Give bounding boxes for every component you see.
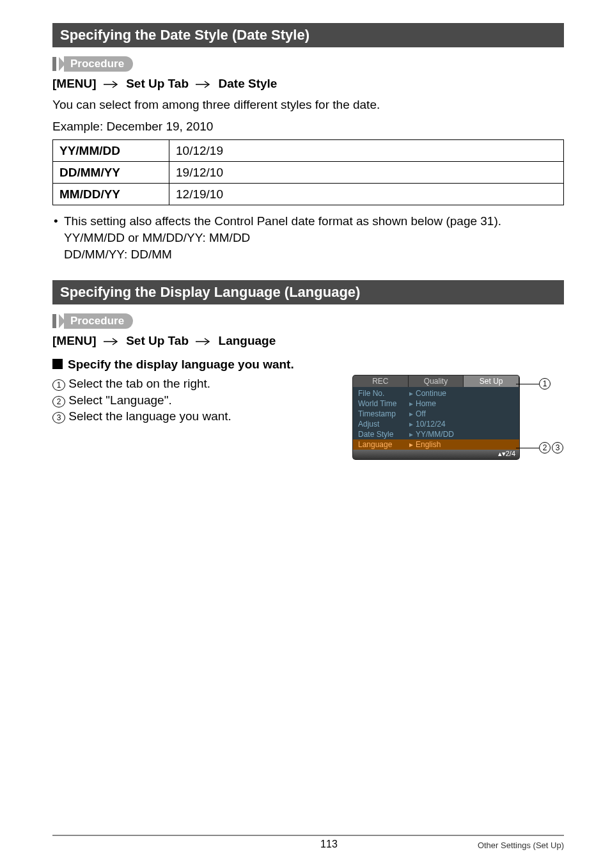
arrow-right-icon	[104, 77, 119, 91]
triangle-right-icon: ▸	[409, 420, 413, 429]
square-bullet-icon	[52, 359, 63, 369]
arrow-right-icon	[104, 335, 119, 349]
menu-item-highlighted[interactable]: Language▸English	[353, 439, 519, 450]
step-text: Select the language you want.	[68, 409, 231, 423]
arrow-right-icon	[196, 335, 211, 349]
callout-line-icon	[516, 448, 539, 448]
menu-item[interactable]: Date Style▸YY/MM/DD	[353, 429, 519, 439]
breadcrumb-part: [MENU]	[52, 77, 97, 90]
menu-value: Off	[416, 409, 426, 418]
triangle-right-icon: ▸	[409, 430, 413, 439]
triangle-right-icon: ▸	[409, 409, 413, 418]
procedure-label: Procedure	[64, 313, 133, 329]
table-row: DD/MM/YY 19/12/10	[53, 162, 564, 184]
callout-line-icon	[516, 384, 539, 384]
menu-value: 10/12/24	[416, 420, 446, 429]
menu-item[interactable]: Adjust▸10/12/24	[353, 419, 519, 429]
callout-1: 1	[516, 378, 551, 390]
tab-quality[interactable]: Quality	[409, 375, 464, 387]
device-screenshot: REC Quality Set Up File No.▸Continue Wor…	[353, 375, 564, 459]
subheading: Specify the display language you want.	[52, 358, 564, 372]
pager-indicator: ▴▾2/4	[353, 450, 519, 459]
breadcrumb-part: [MENU]	[52, 334, 97, 347]
note-item: This setting also affects the Control Pa…	[52, 213, 564, 262]
table-row: MM/DD/YY 12/19/10	[53, 184, 564, 205]
triangle-right-icon: ▸	[409, 389, 413, 398]
note-list: This setting also affects the Control Pa…	[52, 213, 564, 262]
menu-label: File No.	[358, 389, 409, 398]
table-header-cell: MM/DD/YY	[53, 184, 169, 205]
pager-text: 2/4	[506, 450, 515, 457]
menu-item[interactable]: World Time▸Home	[353, 398, 519, 409]
breadcrumb-part: Set Up Tab	[126, 334, 189, 347]
procedure-bar-icon	[52, 314, 56, 328]
breadcrumb-part: Date Style	[219, 77, 278, 90]
menu-value: Home	[416, 399, 436, 408]
menu-label: World Time	[358, 399, 409, 408]
menu-label: Date Style	[358, 430, 409, 439]
menu-item[interactable]: Timestamp▸Off	[353, 409, 519, 419]
steps-list: 1 Select the tab on the right. 2 Select …	[52, 375, 353, 425]
breadcrumb-part: Set Up Tab	[126, 77, 189, 90]
step-number-icon: 2	[52, 396, 65, 407]
note-line: This setting also affects the Control Pa…	[64, 214, 501, 228]
procedure-label-row: Procedure	[52, 56, 564, 72]
arrow-right-icon	[196, 77, 211, 91]
callout-2-3: 2 3	[516, 442, 563, 454]
section-title-language: Specifying the Display Language (Languag…	[52, 280, 564, 304]
step-text: Select the tab on the right.	[68, 377, 210, 390]
menu-value: YY/MM/DD	[416, 430, 454, 439]
menu-item[interactable]: File No.▸Continue	[353, 388, 519, 398]
menu-label: Timestamp	[358, 409, 409, 418]
step-item: 1 Select the tab on the right.	[52, 375, 353, 392]
callout-number-icon: 1	[539, 378, 551, 390]
table-cell: 10/12/19	[169, 140, 564, 162]
tab-setup[interactable]: Set Up	[464, 375, 519, 387]
subheading-text: Specify the display language you want.	[68, 358, 294, 371]
menu-label: Language	[358, 440, 409, 449]
table-header-cell: YY/MM/DD	[53, 140, 169, 162]
procedure-label: Procedure	[64, 56, 133, 72]
section-title-date-style: Specifying the Date Style (Date Style)	[52, 23, 564, 47]
breadcrumb-part: Language	[219, 334, 276, 347]
procedure-bar-icon	[52, 57, 56, 71]
page-number: 113	[180, 839, 478, 850]
intro-text: You can select from among three differen…	[52, 97, 564, 113]
table-cell: 19/12/10	[169, 162, 564, 184]
step-text: Select "Language".	[68, 393, 171, 407]
callout-number-icon: 2	[539, 442, 551, 454]
table-header-cell: DD/MM/YY	[53, 162, 169, 184]
table-row: YY/MM/DD 10/12/19	[53, 140, 564, 162]
page-footer: 113 Other Settings (Set Up)	[52, 835, 564, 850]
date-style-table: YY/MM/DD 10/12/19 DD/MM/YY 19/12/10 MM/D…	[52, 139, 564, 205]
step-item: 2 Select "Language".	[52, 392, 353, 409]
tab-rec[interactable]: REC	[353, 375, 409, 387]
triangle-right-icon: ▸	[409, 440, 413, 449]
chapter-title: Other Settings (Set Up)	[478, 840, 564, 850]
example-text: Example: December 19, 2010	[52, 118, 564, 135]
note-line: DD/MM/YY: DD/MM	[64, 246, 564, 263]
menu-value: English	[416, 440, 441, 449]
breadcrumb-language: [MENU] Set Up Tab Language	[52, 334, 564, 349]
breadcrumb-date-style: [MENU] Set Up Tab Date Style	[52, 77, 564, 91]
callout-number-icon: 3	[552, 442, 563, 454]
tab-row: REC Quality Set Up	[353, 375, 519, 387]
note-line: YY/MM/DD or MM/DD/YY: MM/DD	[64, 230, 564, 246]
step-item: 3 Select the language you want.	[52, 408, 353, 425]
procedure-label-row: Procedure	[52, 313, 564, 329]
menu-value: Continue	[416, 389, 446, 398]
menu-label: Adjust	[358, 420, 409, 429]
triangle-right-icon: ▸	[409, 399, 413, 408]
step-number-icon: 3	[52, 412, 65, 423]
step-number-icon: 1	[52, 379, 65, 391]
menu-body: File No.▸Continue World Time▸Home Timest…	[353, 387, 519, 450]
table-cell: 12/19/10	[169, 184, 564, 205]
